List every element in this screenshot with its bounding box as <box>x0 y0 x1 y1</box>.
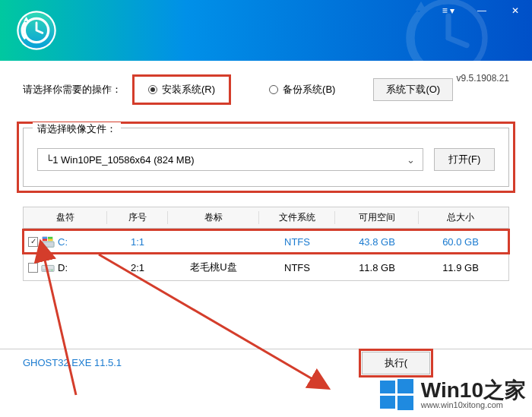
cell-label: 老毛桃U盘 <box>168 261 259 274</box>
row-checkbox[interactable] <box>28 263 38 273</box>
cell-fs: NTFS <box>259 262 335 273</box>
cell-drive-letter: C: <box>58 236 68 248</box>
th-label: 卷标 <box>168 211 259 224</box>
partition-table: 盘符 序号 卷标 文件系统 可用空间 总大小 C: <box>23 207 509 281</box>
radio-install-system[interactable]: 安装系统(R) <box>132 74 231 105</box>
cell-drive-letter: D: <box>58 262 68 273</box>
system-download-button[interactable]: 系统下载(O) <box>373 78 453 101</box>
svg-point-13 <box>51 270 52 271</box>
radio-install-label: 安装系统(R) <box>162 83 215 96</box>
content-area: 请选择你需要的操作： 安装系统(R) 备份系统(B) 系统下载(O) v9.5.… <box>0 61 532 281</box>
close-window-button[interactable]: ✕ <box>499 0 532 21</box>
cell-index: 2:1 <box>107 262 168 273</box>
th-index: 序号 <box>107 211 168 224</box>
radio-dot-icon <box>269 85 278 94</box>
chevron-down-icon: ⌄ <box>407 154 415 166</box>
ghost-version-label: GHOST32.EXE 11.5.1 <box>23 357 122 368</box>
cell-index: 1:1 <box>107 236 168 248</box>
title-bar: ≡ ▾ — ✕ <box>0 0 532 61</box>
table-row[interactable]: C: 1:1 NTFS 43.8 GB 60.0 GB <box>24 229 508 254</box>
image-file-dropdown[interactable]: └1 Win10PE_10586x64 (824 MB) ⌄ <box>37 148 423 171</box>
svg-rect-10 <box>48 239 52 241</box>
image-file-group: 请选择映像文件： └1 Win10PE_10586x64 (824 MB) ⌄ … <box>23 128 509 187</box>
svg-rect-16 <box>380 381 395 393</box>
open-file-button[interactable]: 打开(F) <box>434 148 495 171</box>
operation-prompt: 请选择你需要的操作： <box>23 83 122 96</box>
windows-drive-icon <box>41 235 55 248</box>
th-free: 可用空间 <box>335 211 419 224</box>
operation-radio-group: 安装系统(R) 备份系统(B) <box>132 74 343 105</box>
cell-total: 11.9 GB <box>419 262 502 273</box>
cell-free: 11.8 GB <box>335 262 419 273</box>
radio-backup-system[interactable]: 备份系统(B) <box>261 80 343 100</box>
operation-row: 请选择你需要的操作： 安装系统(R) 备份系统(B) 系统下载(O) v9.5.… <box>23 74 509 105</box>
svg-marker-1 <box>416 2 426 11</box>
windows-logo-icon <box>378 376 415 412</box>
cell-total: 60.0 GB <box>419 236 502 248</box>
footer-bar: GHOST32.EXE 11.5.1 执行( 关闭(C) <box>0 349 532 376</box>
th-drive: 盘符 <box>24 211 107 224</box>
svg-rect-9 <box>43 237 47 239</box>
svg-rect-19 <box>397 396 413 410</box>
version-label: v9.5.1908.21 <box>457 73 509 84</box>
table-header: 盘符 序号 卷标 文件系统 可用空间 总大小 <box>24 207 508 229</box>
th-total: 总大小 <box>419 211 502 224</box>
cell-free: 43.8 GB <box>335 236 419 248</box>
disk-drive-icon <box>41 261 55 273</box>
row-checkbox[interactable] <box>28 237 38 247</box>
watermark-title: Win10之家 <box>421 380 526 401</box>
svg-rect-6 <box>42 242 54 247</box>
svg-rect-18 <box>380 396 395 409</box>
radio-dot-icon <box>148 85 157 94</box>
menu-dropdown-button[interactable]: ≡ ▾ <box>432 0 465 21</box>
minimize-button[interactable]: — <box>465 0 499 21</box>
svg-rect-17 <box>397 379 413 393</box>
window-controls: ≡ ▾ — ✕ <box>432 0 532 21</box>
image-file-selected: └1 Win10PE_10586x64 (824 MB) <box>46 154 195 166</box>
cell-fs: NTFS <box>259 236 335 248</box>
app-logo-icon <box>15 9 58 52</box>
table-row[interactable]: D: 2:1 老毛桃U盘 NTFS 11.8 GB 11.9 GB <box>24 254 508 280</box>
table-body: C: 1:1 NTFS 43.8 GB 60.0 GB <box>24 229 508 280</box>
watermark-url: www.win10xitong.com <box>421 401 526 409</box>
image-file-legend: 请选择映像文件： <box>33 122 121 136</box>
th-fs: 文件系统 <box>259 211 335 224</box>
radio-backup-label: 备份系统(B) <box>283 83 335 96</box>
watermark: Win10之家 www.win10xitong.com <box>378 376 526 412</box>
app-window: ≡ ▾ — ✕ 请选择你需要的操作： 安装系统(R) 备份系统(B) 系统下载(… <box>0 0 532 417</box>
execute-button[interactable]: 执行( <box>362 352 430 374</box>
